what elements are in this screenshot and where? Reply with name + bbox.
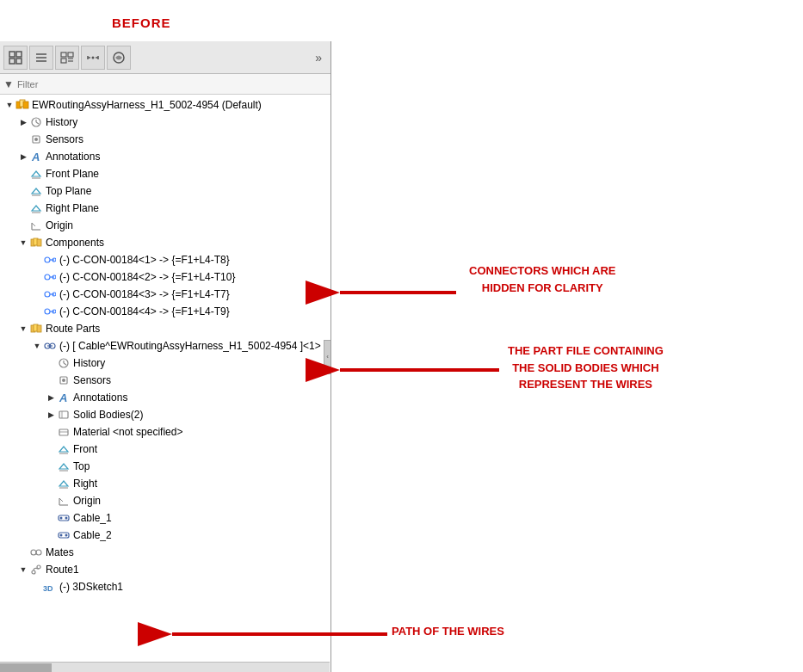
tree-sensors-sub[interactable]: Sensors <box>0 372 330 389</box>
tree-cable1[interactable]: Cable_1 <box>0 509 330 527</box>
svg-text:A: A <box>59 391 67 404</box>
top-plane-icon <box>29 184 43 198</box>
front-plane-icon <box>29 167 43 181</box>
tree-con3[interactable]: (-) C-CON-00184<3> -> {=F1+L4-T7} <box>0 286 330 303</box>
history-root-label: History <box>46 116 77 128</box>
toolbar-btn-list[interactable] <box>29 46 53 70</box>
svg-point-80 <box>60 534 63 537</box>
tree-sensors-root[interactable]: Sensors <box>0 131 330 148</box>
expand-origin-root <box>17 219 29 231</box>
tree-origin-root[interactable]: Origin <box>0 217 330 234</box>
expand-solid-bodies[interactable] <box>45 409 57 421</box>
svg-rect-65 <box>59 429 68 435</box>
svg-point-25 <box>34 138 38 141</box>
expand-annotations-sub[interactable] <box>45 391 57 404</box>
expand-root[interactable] <box>3 99 15 111</box>
front-sub-icon <box>57 442 71 456</box>
origin-root-icon <box>29 219 43 232</box>
toolbar-btn-dme[interactable] <box>81 46 105 70</box>
svg-rect-8 <box>68 52 73 57</box>
svg-point-42 <box>45 274 50 280</box>
sketch3d-label: (-) 3DSketch1 <box>59 581 123 593</box>
expand-top-plane <box>17 185 29 197</box>
tree-front-sub[interactable]: Front <box>0 441 330 458</box>
tree-right-plane[interactable]: Right Plane <box>0 200 330 217</box>
tree-con2[interactable]: (-) C-CON-00184<2> -> {=F1+L4-T10} <box>0 268 330 286</box>
tree-solid-bodies[interactable]: Solid Bodies(2) <box>0 406 330 423</box>
tree-history-sub[interactable]: History <box>0 354 330 372</box>
tree-top-sub[interactable]: Top <box>0 458 330 475</box>
sketch3d-icon: 3D <box>43 580 57 594</box>
expand-route1[interactable] <box>17 564 29 576</box>
svg-line-59 <box>64 363 66 365</box>
svg-marker-69 <box>59 464 68 469</box>
material-label: Material <not specified> <box>73 426 182 438</box>
toolbar-btn-grid[interactable] <box>3 46 28 70</box>
top-plane-label: Top Plane <box>46 185 91 197</box>
tree-cable-part[interactable]: (-) [ Cable^EWRoutingAssyHarness_H1_5002… <box>0 337 330 354</box>
tree-annotations-root[interactable]: A Annotations <box>0 148 330 165</box>
origin-sub-label: Origin <box>73 495 101 507</box>
material-icon <box>57 425 71 439</box>
expand-top-sub <box>45 460 57 472</box>
annotations-root-label: Annotations <box>46 151 100 163</box>
history-sub-icon <box>57 356 71 370</box>
expand-right-sub <box>45 478 57 490</box>
tree-route-parts[interactable]: Route Parts <box>0 320 330 337</box>
expand-route-parts[interactable] <box>17 323 29 335</box>
tree-top-plane[interactable]: Top Plane <box>0 182 330 200</box>
tree-annotations-sub[interactable]: A Annotations <box>0 389 330 406</box>
svg-rect-53 <box>37 325 41 332</box>
tree-history-root[interactable]: History <box>0 114 330 131</box>
tree-con1[interactable]: (-) C-CON-00184<1> -> {=F1+L4-T8} <box>0 251 330 268</box>
tree-origin-sub[interactable]: Origin <box>0 492 330 509</box>
right-sub-label: Right <box>73 478 97 490</box>
h-scrollbar-thumb[interactable] <box>0 663 52 672</box>
history-sub-label: History <box>73 357 105 369</box>
mates-icon <box>29 546 43 559</box>
expand-cable-part[interactable] <box>31 340 43 352</box>
toolbar-btn-display[interactable] <box>107 46 131 70</box>
tree-material[interactable]: Material <not specified> <box>0 423 330 441</box>
expand-con3 <box>31 288 43 300</box>
expand-components[interactable] <box>17 237 29 249</box>
con4-label: (-) C-CON-00184<4> -> {=F1+L4-T9} <box>59 305 230 318</box>
right-plane-label: Right Plane <box>46 202 99 214</box>
mates-label: Mates <box>46 546 74 558</box>
tree-front-plane[interactable]: Front Plane <box>0 165 330 182</box>
h-scrollbar[interactable] <box>0 662 330 672</box>
route-parts-label: Route Parts <box>46 323 100 335</box>
tree-mates[interactable]: Mates <box>0 544 330 561</box>
connectors-annotation: CONNECTORS WHICH AREHIDDEN FOR CLARITY <box>469 262 615 296</box>
svg-rect-38 <box>37 239 41 246</box>
expand-sketch3d <box>31 581 43 593</box>
svg-point-84 <box>32 570 35 574</box>
tree-sketch3d[interactable]: 3D (-) 3DSketch1 <box>0 578 330 595</box>
con3-label: (-) C-CON-00184<3> -> {=F1+L4-T7} <box>59 288 230 300</box>
root-label: EWRoutingAssyHarness_H1_5002-4954 (Defau… <box>32 99 262 111</box>
toolbar-expand[interactable]: » <box>310 49 327 66</box>
tree-root[interactable]: EWRoutingAssyHarness_H1_5002-4954 (Defau… <box>0 96 330 114</box>
expand-material <box>45 426 57 438</box>
filter-input[interactable] <box>14 79 327 89</box>
expand-mates <box>17 546 29 558</box>
before-label: BEFORE <box>112 15 171 30</box>
tree-route1[interactable]: Route1 <box>0 561 330 578</box>
svg-point-83 <box>36 550 41 555</box>
expand-right-plane <box>17 202 29 214</box>
svg-marker-27 <box>32 171 40 176</box>
expand-annotations[interactable] <box>17 151 29 163</box>
tree-right-sub[interactable]: Right <box>0 475 330 492</box>
tree-cable2[interactable]: Cable_2 <box>0 527 330 544</box>
panel-collapse-handle[interactable]: ‹ <box>324 340 330 374</box>
tree-con4[interactable]: (-) C-CON-00184<4> -> {=F1+L4-T9} <box>0 303 330 320</box>
annotations-icon: A <box>29 150 43 163</box>
cable-part-icon <box>43 339 57 353</box>
toolbar-btn-config[interactable] <box>55 46 79 70</box>
tree-components[interactable]: Components <box>0 234 330 251</box>
cable2-icon <box>57 528 71 542</box>
svg-marker-29 <box>32 188 40 194</box>
origin-sub-icon <box>57 494 71 508</box>
expand-history[interactable] <box>17 116 29 128</box>
svg-point-12 <box>92 56 95 59</box>
